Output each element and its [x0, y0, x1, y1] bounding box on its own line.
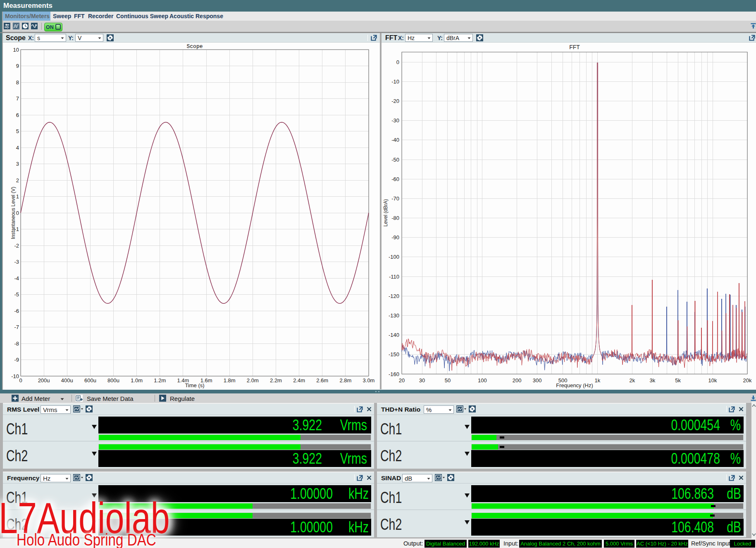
svg-text:1.0m: 1.0m: [131, 377, 143, 384]
svg-text:-60: -60: [391, 176, 399, 182]
svg-text:0: 0: [16, 210, 19, 216]
svg-text:1: 1: [16, 193, 19, 200]
svg-text:800u: 800u: [107, 377, 119, 384]
svg-text:-10: -10: [391, 79, 399, 85]
svg-text:200u: 200u: [38, 377, 50, 384]
svg-text:-120: -120: [389, 293, 399, 299]
svg-text:3: 3: [16, 161, 19, 167]
svg-text:-90: -90: [391, 234, 399, 241]
svg-text:5k: 5k: [675, 377, 681, 384]
svg-text:2.6m: 2.6m: [316, 377, 328, 384]
svg-text:6: 6: [16, 112, 19, 118]
svg-text:-50: -50: [391, 157, 399, 163]
svg-text:-7: -7: [14, 324, 19, 330]
svg-text:Level (dBrA): Level (dBrA): [383, 199, 389, 227]
svg-text:-130: -130: [389, 312, 399, 319]
svg-text:-110: -110: [389, 274, 399, 280]
svg-text:-10: -10: [11, 373, 19, 379]
svg-text:20k: 20k: [743, 377, 752, 384]
svg-text:Time (s): Time (s): [185, 382, 204, 388]
svg-text:-2: -2: [14, 243, 19, 249]
svg-text:-6: -6: [14, 308, 19, 314]
svg-text:-150: -150: [389, 351, 399, 357]
svg-text:1.8m: 1.8m: [224, 377, 236, 384]
svg-text:50: 50: [445, 377, 451, 384]
svg-text:0: 0: [396, 59, 399, 65]
svg-text:9: 9: [16, 63, 19, 69]
svg-text:1k: 1k: [595, 377, 601, 384]
svg-text:10k: 10k: [708, 377, 717, 384]
svg-text:FFT: FFT: [569, 44, 580, 50]
svg-text:-20: -20: [391, 98, 399, 104]
svg-text:2k: 2k: [629, 377, 635, 384]
svg-text:3k: 3k: [650, 377, 656, 384]
svg-text:2.8m: 2.8m: [339, 377, 351, 384]
svg-text:2.2m: 2.2m: [270, 377, 282, 384]
svg-text:200: 200: [513, 377, 522, 384]
svg-text:400u: 400u: [61, 377, 73, 384]
svg-text:-3: -3: [14, 259, 19, 265]
svg-text:-70: -70: [391, 195, 399, 202]
svg-text:-40: -40: [391, 137, 399, 143]
svg-text:600u: 600u: [84, 377, 96, 384]
svg-text:-100: -100: [389, 254, 399, 260]
svg-text:8: 8: [16, 79, 19, 86]
svg-text:300: 300: [533, 377, 542, 384]
svg-text:5: 5: [16, 128, 19, 134]
svg-text:30: 30: [419, 377, 425, 384]
svg-text:-9: -9: [14, 357, 19, 363]
svg-text:Frequency (Hz): Frequency (Hz): [556, 382, 593, 388]
svg-text:-8: -8: [14, 341, 19, 347]
svg-text:-160: -160: [389, 371, 399, 377]
svg-text:2.4m: 2.4m: [293, 377, 305, 384]
svg-text:7: 7: [16, 95, 19, 102]
svg-text:100: 100: [478, 377, 487, 384]
svg-text:4: 4: [16, 145, 19, 151]
svg-text:Scope: Scope: [186, 43, 203, 50]
svg-text:2: 2: [16, 177, 19, 183]
svg-text:2.0m: 2.0m: [247, 377, 259, 384]
svg-text:10: 10: [13, 47, 19, 53]
svg-text:-80: -80: [391, 215, 399, 221]
svg-text:-30: -30: [391, 117, 399, 124]
svg-text:-140: -140: [389, 332, 399, 338]
svg-text:Instantaneous Level (V): Instantaneous Level (V): [10, 187, 16, 239]
svg-text:-4: -4: [14, 275, 19, 281]
svg-text:0: 0: [19, 377, 22, 384]
svg-text:3.0m: 3.0m: [363, 377, 375, 384]
svg-text:1.2m: 1.2m: [154, 377, 166, 384]
svg-text:20: 20: [399, 377, 405, 384]
svg-text:-5: -5: [14, 291, 19, 298]
